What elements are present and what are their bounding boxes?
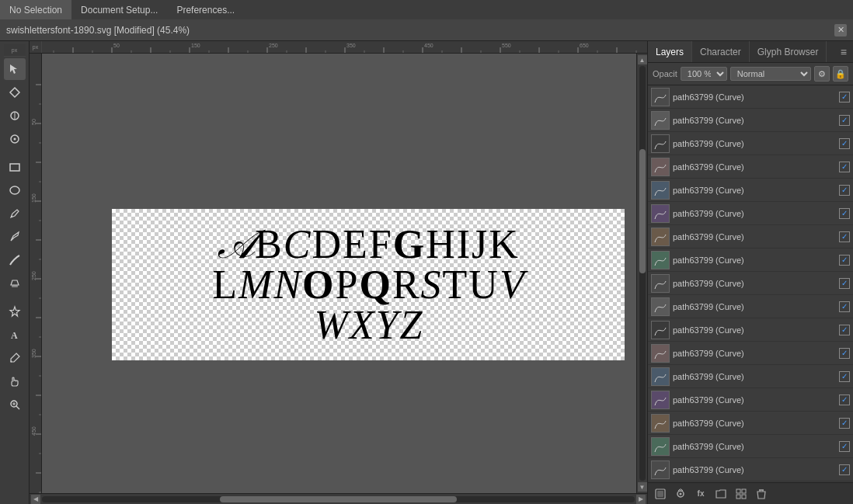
- layer-visibility-checkbox[interactable]: ✓: [839, 325, 850, 335]
- layer-visibility-checkbox[interactable]: ✓: [839, 395, 850, 405]
- layer-thumbnail: [651, 181, 670, 200]
- layer-visibility-checkbox[interactable]: ✓: [839, 348, 850, 359]
- ellipse-tool-button[interactable]: [4, 179, 26, 201]
- layer-lock-button[interactable]: 🔒: [833, 66, 848, 82]
- panel-menu-icon[interactable]: ≡: [834, 46, 853, 58]
- letter-C: C: [284, 224, 311, 265]
- layer-item[interactable]: path63799 (Curve)✓: [648, 318, 853, 342]
- h-scroll-thumb[interactable]: [220, 496, 457, 502]
- pencil-tool-button[interactable]: [4, 203, 26, 224]
- rect-tool-button[interactable]: [4, 156, 26, 178]
- select-tool-button[interactable]: [4, 58, 26, 80]
- tab-glyph-browser[interactable]: Glyph Browser: [750, 41, 827, 62]
- layer-item[interactable]: path63799 (Curve)✓: [648, 249, 853, 272]
- scroll-right-button[interactable]: ▶: [636, 495, 646, 504]
- v-scroll-thumb[interactable]: [639, 149, 646, 273]
- text-tool-button[interactable]: A: [4, 324, 26, 346]
- scroll-down-button[interactable]: ▼: [638, 482, 647, 492]
- bucket-tool-button[interactable]: [4, 273, 26, 294]
- zoom-tool-button[interactable]: [4, 394, 26, 415]
- pen-tool-button[interactable]: [4, 226, 26, 248]
- trash-icon: [755, 488, 768, 500]
- layer-item[interactable]: path63799 (Curve)✓: [648, 342, 853, 365]
- opacity-select[interactable]: 100 % 75 % 50 % 25 %: [681, 67, 727, 81]
- tweak-tool-button[interactable]: [4, 105, 26, 127]
- layer-item[interactable]: path63799 (Curve)✓: [648, 202, 853, 225]
- star-tool-button[interactable]: [4, 301, 26, 322]
- layer-visibility-checkbox[interactable]: ✓: [839, 92, 850, 103]
- svg-point-18: [680, 492, 682, 495]
- layer-name: path63799 (Curve): [673, 139, 836, 148]
- layer-item[interactable]: path63799 (Curve)✓: [648, 435, 853, 458]
- layer-visibility-checkbox[interactable]: ✓: [839, 371, 850, 382]
- svg-rect-19: [736, 489, 740, 493]
- layer-visibility-checkbox[interactable]: ✓: [839, 255, 850, 266]
- layer-item[interactable]: path63799 (Curve)✓: [648, 85, 853, 109]
- panel-bottom-bar: fx: [648, 482, 853, 504]
- tab-layers[interactable]: Layers: [648, 41, 692, 62]
- calligraphy-tool-button[interactable]: [4, 249, 26, 271]
- measure-tool-button[interactable]: [4, 128, 26, 150]
- canvas-area: px: [30, 41, 647, 504]
- blend-mode-select[interactable]: Normal Multiply Screen Overlay: [730, 67, 811, 81]
- layer-item[interactable]: path63799 (Curve)✓: [648, 132, 853, 155]
- layer-name: path63799 (Curve): [673, 255, 836, 265]
- vertical-scrollbar[interactable]: ▲ ▼: [636, 54, 647, 493]
- canvas-viewport[interactable]: 𝒜 B C D E F G H I J: [42, 54, 636, 493]
- menu-preferences[interactable]: Preferences...: [167, 0, 244, 19]
- node-tool-button[interactable]: [4, 82, 26, 103]
- horizontal-scrollbar[interactable]: ◀ ▶: [30, 493, 647, 504]
- layer-visibility-checkbox[interactable]: ✓: [839, 278, 850, 289]
- close-button[interactable]: ✕: [834, 24, 847, 36]
- layer-visibility-checkbox[interactable]: ✓: [839, 301, 850, 312]
- layer-visibility-checkbox[interactable]: ✓: [839, 441, 850, 452]
- layer-visibility-checkbox[interactable]: ✓: [839, 464, 850, 475]
- menu-document-setup[interactable]: Document Setup...: [71, 0, 167, 19]
- layer-visibility-checkbox[interactable]: ✓: [839, 208, 850, 219]
- layer-item[interactable]: path63799 (Curve)✓: [648, 458, 853, 481]
- layer-visibility-checkbox[interactable]: ✓: [839, 418, 850, 429]
- layer-visibility-checkbox[interactable]: ✓: [839, 162, 850, 172]
- pencil-icon: [9, 207, 21, 220]
- hand-tool-button[interactable]: [4, 370, 26, 392]
- layer-item[interactable]: path63799 (Curve)✓: [648, 365, 853, 388]
- layer-name: path63799 (Curve): [673, 372, 836, 381]
- layer-visibility-checkbox[interactable]: ✓: [839, 231, 850, 242]
- scroll-left-button[interactable]: ◀: [31, 495, 40, 504]
- select-icon: [9, 63, 21, 75]
- layer-item[interactable]: path63799 (Curve)✓: [648, 109, 853, 132]
- layer-visibility-checkbox[interactable]: ✓: [839, 115, 850, 126]
- tab-character[interactable]: Character: [692, 41, 750, 62]
- layer-thumbnail: [651, 204, 670, 223]
- v-scroll-track[interactable]: [639, 66, 646, 481]
- layer-visibility-checkbox[interactable]: ✓: [839, 138, 850, 149]
- layer-item[interactable]: path63799 (Curve)✓: [648, 272, 853, 295]
- h-scroll-track[interactable]: [42, 496, 635, 502]
- layer-item[interactable]: path63799 (Curve)✓: [648, 412, 853, 435]
- add-layer-button[interactable]: [673, 486, 688, 502]
- svg-document: 𝒜 B C D E F G H I J: [112, 209, 625, 360]
- svg-rect-22: [742, 495, 746, 499]
- fx-button[interactable]: fx: [693, 486, 709, 502]
- eyedropper-tool-button[interactable]: [4, 347, 26, 369]
- layer-item[interactable]: path63799 (Curve)✓: [648, 179, 853, 202]
- scroll-up-button[interactable]: ▲: [638, 55, 647, 64]
- layer-item[interactable]: path63799 (Curve)✓: [648, 295, 853, 318]
- layer-item[interactable]: path63799 (Curve)✓: [648, 225, 853, 249]
- layer-item[interactable]: path63799 (Curve)✓: [648, 155, 853, 179]
- layer-item[interactable]: path63799 (Curve)✓: [648, 388, 853, 412]
- add-to-layer-button[interactable]: [713, 486, 729, 502]
- move-up-button[interactable]: [733, 486, 749, 502]
- layer-visibility-checkbox[interactable]: ✓: [839, 185, 850, 196]
- letter-Z: Z: [400, 305, 423, 346]
- font-content: 𝒜 B C D E F G H I J: [112, 209, 625, 360]
- layer-mode-icon[interactable]: [653, 486, 668, 502]
- layer-thumbnail: [651, 437, 670, 456]
- font-row-2: L M N O P Q R S T U: [212, 265, 524, 305]
- menu-no-selection[interactable]: No Selection: [0, 0, 71, 19]
- layer-thumbnail: [651, 88, 670, 106]
- delete-layer-button[interactable]: [754, 486, 769, 502]
- layer-settings-button[interactable]: ⚙: [814, 66, 830, 82]
- folder-icon: [715, 488, 727, 500]
- layer-thumbnail: [651, 297, 670, 316]
